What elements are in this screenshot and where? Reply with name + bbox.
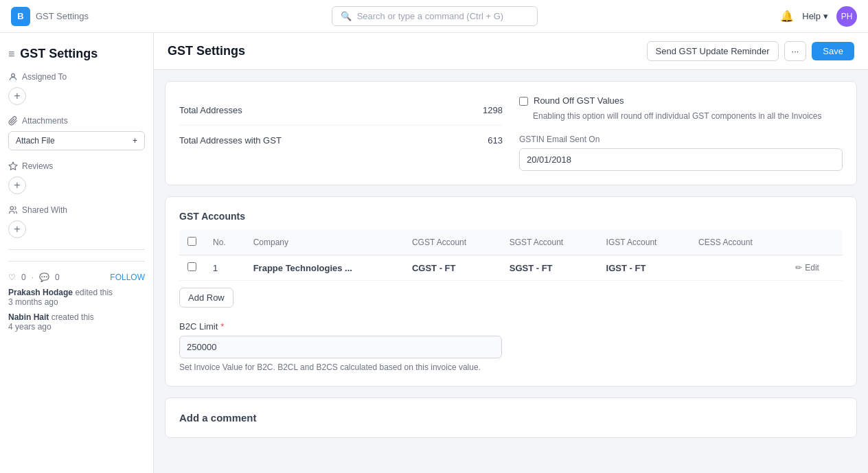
sidebar-divider: [8, 249, 145, 250]
sidebar-page-title: GST Settings: [20, 47, 98, 61]
add-row-button[interactable]: Add Row: [179, 288, 233, 308]
add-shared-with-button[interactable]: +: [8, 220, 26, 238]
header-actions: Send GST Update Reminder ··· Save: [647, 41, 854, 61]
svg-point-2: [10, 207, 14, 210]
gst-accounts-card: GST Accounts No. Company CGST Account SG…: [165, 196, 857, 387]
hamburger-icon[interactable]: ≡: [8, 48, 14, 60]
search-placeholder-text: Search or type a command (Ctrl + G): [357, 11, 504, 21]
stats-left: Total Addresses 1298 Total Addresses wit…: [179, 95, 503, 171]
col-checkbox: [179, 230, 205, 255]
app-logo: B: [11, 7, 30, 26]
table-row: 1 Frappe Technologies ... CGST - FT SGST…: [179, 255, 843, 281]
round-off-section: Round Off GST Values Enabling this optio…: [519, 95, 843, 121]
select-all-checkbox[interactable]: [187, 237, 196, 246]
stats-card: Total Addresses 1298 Total Addresses wit…: [165, 81, 857, 185]
edit-row-button[interactable]: ✏ Edit: [795, 263, 819, 273]
stat-row-1: Total Addresses 1298: [179, 95, 503, 126]
heart-icon: ♡: [8, 273, 16, 282]
avatar[interactable]: PH: [836, 6, 857, 27]
stat-value-1: 1298: [483, 105, 503, 115]
main-title: GST Settings: [168, 44, 245, 58]
activity-row: ♡ 0 · 💬 0 FOLLOW: [8, 273, 145, 282]
gstin-email-label: GSTIN Email Sent On: [519, 135, 843, 144]
sidebar-section-shared-with: Shared With +: [8, 205, 145, 238]
activity-item-1: Prakash Hodage edited this 3 months ago: [8, 288, 145, 307]
stat-row-2: Total Addresses with GST 613: [179, 126, 503, 155]
search-icon: 🔍: [341, 11, 352, 21]
notifications-button[interactable]: 🔔: [780, 10, 794, 23]
round-off-checkbox-row: Round Off GST Values: [519, 95, 843, 106]
svg-marker-1: [9, 162, 17, 170]
row-no: 1: [205, 255, 245, 281]
round-off-checkbox[interactable]: [519, 97, 528, 106]
gstin-section: GSTIN Email Sent On 20/01/2018: [519, 135, 843, 171]
help-button[interactable]: Help ▾: [802, 11, 828, 21]
sidebar-header: ≡ GST Settings: [8, 44, 145, 72]
comment-icon: 💬: [39, 273, 49, 282]
navbar-right: 🔔 Help ▾ PH: [780, 6, 857, 27]
stat-value-2: 613: [488, 135, 503, 146]
navbar-left: B GST Settings: [11, 7, 89, 26]
comment-card-body: Add a comment: [165, 398, 856, 437]
chevron-down-icon: ▾: [823, 11, 828, 21]
b2c-label: B2C Limit *: [179, 321, 843, 332]
reviews-label: Reviews: [8, 161, 145, 171]
save-button[interactable]: Save: [812, 42, 854, 60]
sidebar: ≡ GST Settings Assigned To + Attachments…: [0, 33, 154, 473]
navbar: B GST Settings 🔍 Search or type a comman…: [0, 0, 868, 33]
row-checkbox[interactable]: [187, 262, 196, 271]
stat-label-1: Total Addresses: [179, 105, 483, 115]
comment-card: Add a comment: [165, 397, 857, 438]
stats-layout: Total Addresses 1298 Total Addresses wit…: [179, 95, 843, 171]
sidebar-section-assigned-to: Assigned To +: [8, 72, 145, 105]
attachments-label: Attachments: [8, 116, 145, 126]
col-no: No.: [205, 230, 245, 255]
round-off-label[interactable]: Round Off GST Values: [534, 95, 624, 106]
b2c-hint: Set Invoice Value for B2C. B2CL and B2CS…: [179, 362, 843, 372]
row-cess: [690, 255, 787, 281]
send-reminder-button[interactable]: Send GST Update Reminder: [647, 41, 779, 61]
table-body: 1 Frappe Technologies ... CGST - FT SGST…: [179, 255, 843, 281]
gstin-email-value: 20/01/2018: [519, 148, 843, 171]
col-actions: [787, 230, 843, 255]
add-review-button[interactable]: +: [8, 176, 26, 194]
required-indicator: *: [220, 321, 224, 332]
stats-card-body: Total Addresses 1298 Total Addresses wit…: [165, 82, 856, 185]
svg-point-0: [12, 73, 15, 77]
gst-accounts-table: No. Company CGST Account SGST Account IG…: [179, 230, 843, 281]
attach-file-button[interactable]: Attach File +: [8, 131, 145, 150]
main-header: GST Settings Send GST Update Reminder ··…: [154, 33, 868, 70]
stat-label-2: Total Addresses with GST: [179, 135, 488, 146]
shared-with-label: Shared With: [8, 205, 145, 215]
row-edit-cell: ✏ Edit: [787, 255, 843, 281]
search-bar[interactable]: 🔍 Search or type a command (Ctrl + G): [332, 6, 538, 26]
activity-item-2: Nabin Hait created this 4 years ago: [8, 312, 145, 332]
row-company: Frappe Technologies ...: [245, 255, 404, 281]
col-cess: CESS Account: [690, 230, 787, 255]
col-igst: IGST Account: [598, 230, 690, 255]
b2c-section: B2C Limit * Set Invoice Value for B2C. B…: [179, 321, 843, 372]
b2c-input[interactable]: [179, 336, 502, 358]
navbar-center: 🔍 Search or type a command (Ctrl + G): [89, 6, 780, 26]
comment-title: Add a comment: [179, 412, 843, 424]
page: ≡ GST Settings Assigned To + Attachments…: [0, 33, 868, 473]
content-area: Total Addresses 1298 Total Addresses wit…: [154, 70, 868, 460]
breadcrumb-current: GST Settings: [36, 11, 89, 21]
paperclip-icon: [8, 116, 18, 126]
sidebar-section-attachments: Attachments Attach File +: [8, 116, 145, 150]
col-cgst: CGST Account: [404, 230, 501, 255]
add-assigned-to-button[interactable]: +: [8, 87, 26, 105]
follow-button[interactable]: FOLLOW: [110, 273, 145, 282]
pencil-icon: ✏: [795, 263, 802, 273]
stats-right: Round Off GST Values Enabling this optio…: [519, 95, 843, 171]
sidebar-section-reviews: Reviews +: [8, 161, 145, 194]
row-checkbox-cell: [179, 255, 205, 281]
col-sgst: SGST Account: [501, 230, 598, 255]
more-options-button[interactable]: ···: [784, 41, 807, 61]
assigned-to-label: Assigned To: [8, 72, 145, 82]
gst-accounts-card-body: GST Accounts No. Company CGST Account SG…: [165, 197, 856, 386]
round-off-description: Enabling this option will round off indi…: [533, 111, 843, 121]
breadcrumb: GST Settings: [36, 11, 89, 21]
row-cgst: CGST - FT: [404, 255, 501, 281]
table-header-row: No. Company CGST Account SGST Account IG…: [179, 230, 843, 255]
